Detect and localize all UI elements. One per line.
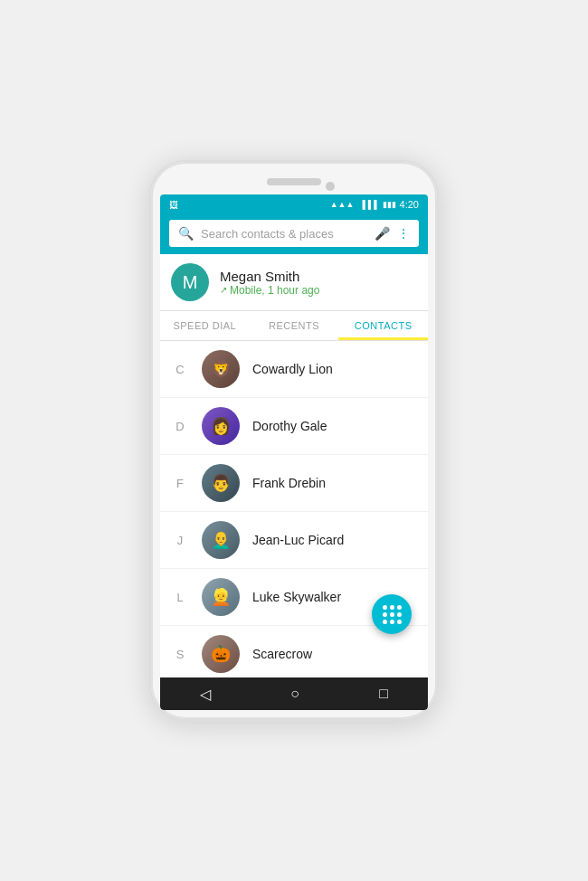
avatar-emoji-scarecrow: 🎃: [202, 635, 240, 673]
recents-button[interactable]: □: [379, 686, 388, 702]
recent-contact-detail: ↗ Mobile, 1 hour ago: [220, 284, 319, 297]
tab-recents[interactable]: RECENTS: [250, 311, 339, 340]
search-placeholder: Search contacts & places: [201, 227, 367, 241]
recent-contact-card[interactable]: M Megan Smith ↗ Mobile, 1 hour ago: [160, 254, 428, 311]
avatar-emoji-jean: 👨‍🦲: [202, 521, 240, 559]
contact-avatar-jean: 👨‍🦲: [202, 521, 240, 559]
contact-name-dorothy: Dorothy Gale: [252, 419, 327, 433]
search-input-row[interactable]: 🔍 Search contacts & places 🎤 ⋮: [169, 220, 419, 247]
contact-avatar-frank: 👨: [202, 464, 240, 502]
contact-row-cowardly-lion[interactable]: C 🦁 Cowardly Lion: [160, 341, 428, 398]
contact-name-frank: Frank Drebin: [252, 476, 326, 490]
nav-bar: ◁ ○ □: [160, 677, 428, 710]
status-icons: ▲▲▲ ▐▐▐ ▮▮▮ 4:20: [330, 199, 419, 210]
tab-contacts[interactable]: CONTACTS: [338, 311, 428, 340]
contact-avatar-cowardly-lion: 🦁: [202, 350, 240, 388]
search-icon: 🔍: [178, 226, 194, 241]
notification-icon: 🖼: [169, 200, 178, 210]
dialpad-icon: [383, 605, 402, 624]
contact-avatar-scarecrow: 🎃: [202, 635, 240, 673]
contacts-list: C 🦁 Cowardly Lion D 👩 Dorothy Gale F 👨 F…: [160, 341, 428, 677]
back-button[interactable]: ◁: [200, 686, 211, 703]
contact-name-luke: Luke Skywalker: [252, 590, 341, 604]
mic-icon[interactable]: 🎤: [375, 226, 390, 241]
status-time: 4:20: [400, 199, 419, 210]
fab-dialpad[interactable]: [372, 594, 412, 634]
recent-contact-info: Megan Smith ↗ Mobile, 1 hour ago: [220, 269, 319, 297]
avatar-emoji-cowardly-lion: 🦁: [202, 350, 240, 388]
phone-screen: 🖼 ▲▲▲ ▐▐▐ ▮▮▮ 4:20 🔍 Search contacts & p…: [160, 194, 428, 710]
contact-avatar-dorothy: 👩: [202, 407, 240, 445]
tabs-bar: SPEED DIAL RECENTS CONTACTS: [160, 311, 428, 341]
section-letter-l: L: [171, 591, 189, 604]
more-options-icon[interactable]: ⋮: [397, 226, 410, 241]
wifi-icon: ▲▲▲: [330, 200, 355, 209]
search-bar-container: 🔍 Search contacts & places 🎤 ⋮: [160, 214, 428, 254]
status-bar: 🖼 ▲▲▲ ▐▐▐ ▮▮▮ 4:20: [160, 194, 428, 214]
phone-speaker: [267, 178, 321, 185]
recent-contact-avatar: M: [171, 263, 209, 301]
avatar-emoji-frank: 👨: [202, 464, 240, 502]
signal-icon: ▐▐▐: [359, 200, 376, 209]
contact-name-scarecrow: Scarecrow: [252, 647, 312, 661]
contact-row-frank-drebin[interactable]: F 👨 Frank Drebin: [160, 455, 428, 512]
tab-speed-dial[interactable]: SPEED DIAL: [160, 311, 250, 340]
recent-contact-name: Megan Smith: [220, 269, 319, 284]
section-letter-d: D: [171, 420, 189, 433]
avatar-emoji-luke: 👱: [202, 578, 240, 616]
phone-frame: 🖼 ▲▲▲ ▐▐▐ ▮▮▮ 4:20 🔍 Search contacts & p…: [149, 160, 439, 721]
section-letter-f: F: [171, 477, 189, 490]
contact-avatar-luke: 👱: [202, 578, 240, 616]
section-letter-c: C: [171, 363, 189, 376]
contact-row-jean-luc[interactable]: J 👨‍🦲 Jean-Luc Picard: [160, 512, 428, 569]
contact-name-cowardly-lion: Cowardly Lion: [252, 362, 333, 376]
phone-camera: [326, 182, 335, 191]
call-arrow-icon: ↗: [220, 285, 227, 295]
avatar-emoji-dorothy: 👩: [202, 407, 240, 445]
battery-icon: ▮▮▮: [383, 200, 396, 209]
contact-row-dorothy-gale[interactable]: D 👩 Dorothy Gale: [160, 398, 428, 455]
home-button[interactable]: ○: [290, 686, 299, 702]
section-letter-s: S: [171, 648, 189, 661]
contact-name-jean: Jean-Luc Picard: [252, 533, 344, 547]
section-letter-j: J: [171, 534, 189, 547]
